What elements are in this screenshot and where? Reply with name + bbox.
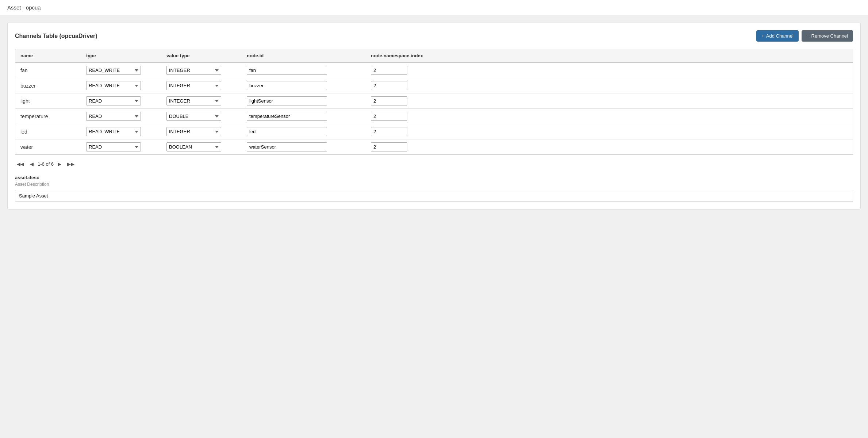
remove-channel-button[interactable]: − Remove Channel	[802, 30, 853, 42]
col-name-header: name	[15, 49, 81, 62]
card-header: Channels Table (opcuaDriver) + Add Chann…	[15, 30, 853, 42]
table-row: lightREADREAD_WRITEWRITEINTEGERDOUBLEBOO…	[15, 93, 853, 109]
node-id-input[interactable]	[247, 66, 327, 75]
cell-name: buzzer	[15, 78, 81, 93]
cell-type: READREAD_WRITEWRITE	[81, 62, 161, 78]
main-card: Channels Table (opcuaDriver) + Add Chann…	[7, 23, 861, 210]
cell-node-id	[242, 62, 366, 78]
asset-desc-label: asset.desc	[15, 175, 853, 180]
table-header: name type value type node.id node.namesp…	[15, 49, 853, 62]
cell-value-type: INTEGERDOUBLEBOOLEANSTRINGFLOATLONG	[161, 78, 242, 93]
type-select[interactable]: READREAD_WRITEWRITE	[86, 81, 141, 90]
cell-namespace-index	[366, 124, 853, 139]
header-row: name type value type node.id node.namesp…	[15, 49, 853, 62]
cell-node-id	[242, 109, 366, 124]
col-namespace-header: node.namespace.index	[366, 49, 853, 62]
cell-node-id	[242, 124, 366, 139]
namespace-index-input[interactable]	[371, 112, 407, 121]
cell-type: READREAD_WRITEWRITE	[81, 78, 161, 93]
cell-name: water	[15, 139, 81, 155]
cell-name: temperature	[15, 109, 81, 124]
first-page-button[interactable]: ◀◀	[15, 161, 26, 168]
plus-icon: +	[761, 33, 764, 39]
value-type-select[interactable]: INTEGERDOUBLEBOOLEANSTRINGFLOATLONG	[166, 81, 221, 90]
type-select[interactable]: READREAD_WRITEWRITE	[86, 66, 141, 75]
cell-namespace-index	[366, 78, 853, 93]
cell-type: READREAD_WRITEWRITE	[81, 109, 161, 124]
table-row: fanREADREAD_WRITEWRITEINTEGERDOUBLEBOOLE…	[15, 62, 853, 78]
cell-type: READREAD_WRITEWRITE	[81, 93, 161, 109]
channels-table-wrapper: name type value type node.id node.namesp…	[15, 49, 853, 155]
cell-name: led	[15, 124, 81, 139]
remove-channel-label: Remove Channel	[811, 33, 848, 39]
next-page-button[interactable]: ▶	[56, 161, 63, 168]
type-select[interactable]: READREAD_WRITEWRITE	[86, 127, 141, 136]
cell-namespace-index	[366, 62, 853, 78]
type-select[interactable]: READREAD_WRITEWRITE	[86, 142, 141, 151]
namespace-index-input[interactable]	[371, 66, 407, 75]
namespace-index-input[interactable]	[371, 127, 407, 136]
cell-value-type: INTEGERDOUBLEBOOLEANSTRINGFLOATLONG	[161, 124, 242, 139]
type-select[interactable]: READREAD_WRITEWRITE	[86, 96, 141, 105]
minus-icon: −	[807, 33, 810, 39]
table-row: ledREADREAD_WRITEWRITEINTEGERDOUBLEBOOLE…	[15, 124, 853, 139]
cell-value-type: INTEGERDOUBLEBOOLEANSTRINGFLOATLONG	[161, 139, 242, 155]
pagination: ◀◀ ◀ 1-6 of 6 ▶ ▶▶	[15, 161, 853, 168]
col-type-header: type	[81, 49, 161, 62]
type-select[interactable]: READREAD_WRITEWRITE	[86, 112, 141, 121]
node-id-input[interactable]	[247, 142, 327, 151]
node-id-input[interactable]	[247, 96, 327, 105]
cell-value-type: INTEGERDOUBLEBOOLEANSTRINGFLOATLONG	[161, 109, 242, 124]
node-id-input[interactable]	[247, 127, 327, 136]
asset-desc-input[interactable]	[15, 190, 853, 202]
cell-node-id	[242, 78, 366, 93]
node-id-input[interactable]	[247, 112, 327, 121]
table-body: fanREADREAD_WRITEWRITEINTEGERDOUBLEBOOLE…	[15, 62, 853, 154]
cell-type: READREAD_WRITEWRITE	[81, 139, 161, 155]
table-row: waterREADREAD_WRITEWRITEINTEGERDOUBLEBOO…	[15, 139, 853, 155]
prev-page-button[interactable]: ◀	[28, 161, 35, 168]
add-channel-button[interactable]: + Add Channel	[756, 30, 799, 42]
col-valuetype-header: value type	[161, 49, 242, 62]
value-type-select[interactable]: INTEGERDOUBLEBOOLEANSTRINGFLOATLONG	[166, 96, 221, 105]
cell-name: light	[15, 93, 81, 109]
table-row: temperatureREADREAD_WRITEWRITEINTEGERDOU…	[15, 109, 853, 124]
value-type-select[interactable]: INTEGERDOUBLEBOOLEANSTRINGFLOATLONG	[166, 112, 221, 121]
col-nodeid-header: node.id	[242, 49, 366, 62]
cell-value-type: INTEGERDOUBLEBOOLEANSTRINGFLOATLONG	[161, 62, 242, 78]
channels-table: name type value type node.id node.namesp…	[15, 49, 853, 154]
asset-desc-section: asset.desc Asset Description	[15, 175, 853, 202]
cell-namespace-index	[366, 109, 853, 124]
page-title: Asset - opcua	[0, 0, 868, 15]
value-type-select[interactable]: INTEGERDOUBLEBOOLEANSTRINGFLOATLONG	[166, 142, 221, 151]
namespace-index-input[interactable]	[371, 81, 407, 90]
add-channel-label: Add Channel	[766, 33, 794, 39]
button-group: + Add Channel − Remove Channel	[756, 30, 853, 42]
table-row: buzzerREADREAD_WRITEWRITEINTEGERDOUBLEBO…	[15, 78, 853, 93]
card-title: Channels Table (opcuaDriver)	[15, 33, 97, 39]
cell-type: READREAD_WRITEWRITE	[81, 124, 161, 139]
last-page-button[interactable]: ▶▶	[65, 161, 76, 168]
node-id-input[interactable]	[247, 81, 327, 90]
value-type-select[interactable]: INTEGERDOUBLEBOOLEANSTRINGFLOATLONG	[166, 66, 221, 75]
cell-node-id	[242, 93, 366, 109]
pagination-info: 1-6 of 6	[38, 161, 54, 167]
cell-namespace-index	[366, 139, 853, 155]
namespace-index-input[interactable]	[371, 96, 407, 105]
value-type-select[interactable]: INTEGERDOUBLEBOOLEANSTRINGFLOATLONG	[166, 127, 221, 136]
asset-desc-sublabel: Asset Description	[15, 182, 853, 187]
namespace-index-input[interactable]	[371, 142, 407, 151]
cell-node-id	[242, 139, 366, 155]
cell-name: fan	[15, 62, 81, 78]
cell-value-type: INTEGERDOUBLEBOOLEANSTRINGFLOATLONG	[161, 93, 242, 109]
cell-namespace-index	[366, 93, 853, 109]
